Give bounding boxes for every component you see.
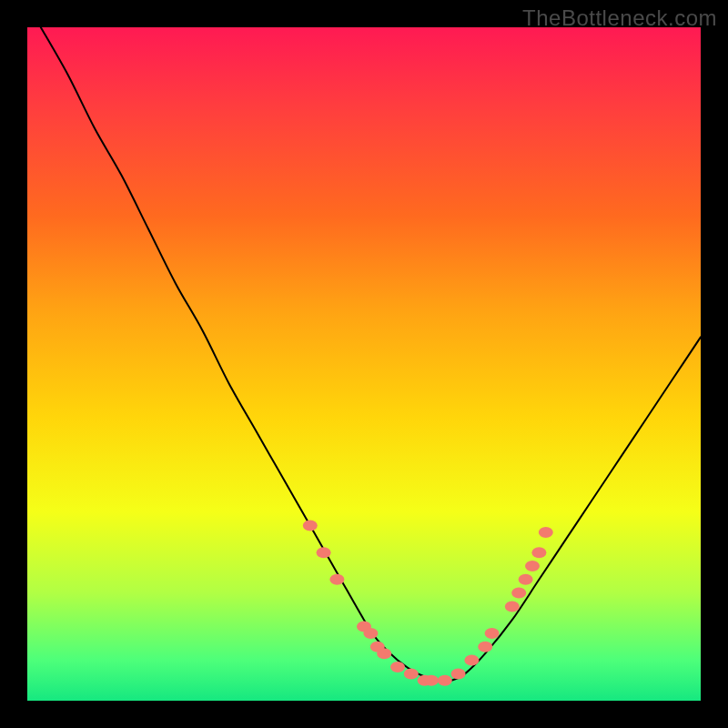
data-points <box>27 27 701 701</box>
data-point <box>404 668 419 679</box>
data-point <box>390 662 405 672</box>
data-point <box>485 628 500 639</box>
data-point <box>424 675 439 686</box>
data-point <box>531 547 546 558</box>
watermark-text: TheBottleneck.com <box>522 5 717 31</box>
data-point <box>519 574 533 585</box>
data-point <box>303 521 318 531</box>
chart-frame: TheBottleneck.com <box>0 0 728 728</box>
plot-area <box>27 27 701 701</box>
data-point <box>478 642 492 652</box>
data-point <box>511 588 526 599</box>
data-point <box>317 547 331 558</box>
data-point <box>539 527 553 538</box>
data-point <box>438 675 452 686</box>
data-point <box>505 601 520 612</box>
data-point <box>377 648 391 659</box>
data-point <box>464 655 479 666</box>
data-point <box>525 561 540 571</box>
data-point <box>329 574 344 585</box>
data-point <box>363 628 378 639</box>
data-point <box>451 668 466 679</box>
